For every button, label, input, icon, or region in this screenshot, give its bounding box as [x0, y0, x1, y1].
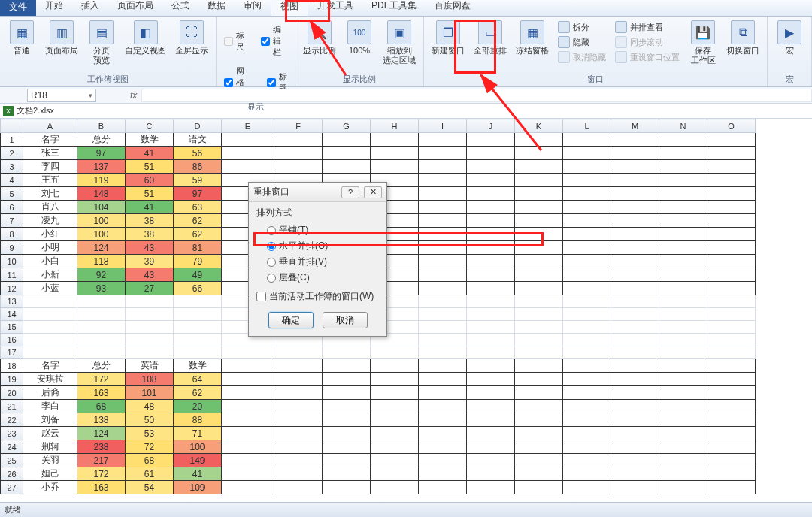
cell[interactable]: 数学 [174, 359, 222, 373]
cell[interactable] [659, 255, 707, 268]
cell[interactable]: 68 [126, 454, 174, 467]
cell[interactable] [174, 346, 222, 359]
cell[interactable]: 名字 [23, 359, 77, 373]
cell[interactable] [174, 308, 222, 321]
cell[interactable]: 100 [77, 214, 126, 228]
cell[interactable]: 41 [174, 467, 222, 481]
cell[interactable] [467, 321, 515, 334]
cell[interactable] [563, 187, 611, 201]
cell[interactable]: 92 [77, 268, 126, 282]
cell[interactable] [515, 386, 563, 400]
cell[interactable] [563, 228, 611, 241]
cell[interactable]: 49 [174, 268, 222, 282]
cell[interactable]: 100 [77, 228, 126, 241]
row-header-18[interactable]: 18 [1, 359, 23, 373]
cell[interactable]: 138 [77, 413, 126, 427]
cell[interactable] [419, 295, 467, 308]
cell[interactable] [467, 174, 515, 187]
tab-开始[interactable]: 开始 [36, 0, 72, 16]
col-header-F[interactable]: F [274, 119, 323, 133]
cell[interactable] [515, 268, 563, 282]
cell[interactable] [611, 440, 659, 454]
cell[interactable] [222, 481, 274, 494]
cell[interactable] [222, 467, 274, 481]
cell[interactable] [274, 386, 323, 400]
cell[interactable] [515, 282, 563, 295]
cell[interactable]: 妲己 [23, 467, 77, 481]
cell[interactable]: 数学 [126, 133, 174, 147]
col-header-G[interactable]: G [323, 119, 371, 133]
row-header-2[interactable]: 2 [1, 147, 23, 160]
cell[interactable]: 41 [126, 147, 174, 160]
cell[interactable] [611, 308, 659, 321]
btn-page-layout[interactable]: ▥页面布局 [42, 19, 81, 57]
cell[interactable] [707, 413, 756, 427]
cell[interactable] [515, 133, 563, 147]
cell[interactable] [707, 268, 756, 282]
cell[interactable] [126, 321, 174, 334]
cell[interactable] [467, 481, 515, 494]
cell[interactable] [563, 400, 611, 413]
cell[interactable] [707, 427, 756, 440]
cell[interactable]: 163 [77, 386, 126, 400]
cell[interactable] [467, 268, 515, 282]
cell[interactable]: 163 [77, 481, 126, 494]
cell[interactable]: 赵云 [23, 427, 77, 440]
tab-开发工具[interactable]: 开发工具 [308, 0, 362, 16]
col-header-D[interactable]: D [174, 119, 222, 133]
cell[interactable] [77, 295, 126, 308]
cell[interactable]: 38 [126, 214, 174, 228]
cell[interactable] [611, 413, 659, 427]
cell[interactable] [707, 133, 756, 147]
cell[interactable] [419, 386, 467, 400]
cell[interactable] [659, 160, 707, 174]
name-box[interactable]: R18▾ [27, 89, 96, 102]
cell[interactable] [611, 346, 659, 359]
cell[interactable] [323, 427, 371, 440]
cell[interactable] [659, 321, 707, 334]
cell[interactable] [611, 187, 659, 201]
col-header-O[interactable]: O [707, 119, 756, 133]
cell[interactable] [563, 440, 611, 454]
col-header-J[interactable]: J [467, 119, 515, 133]
cell[interactable] [707, 160, 756, 174]
cell[interactable] [659, 467, 707, 481]
cell[interactable]: 100 [174, 440, 222, 454]
fx-icon[interactable]: fx [130, 90, 137, 101]
cell[interactable] [222, 427, 274, 440]
cell[interactable]: 81 [174, 241, 222, 255]
cell[interactable] [274, 400, 323, 413]
cell[interactable] [611, 228, 659, 241]
btn-arrange-all[interactable]: ▭全部重排 [471, 19, 510, 57]
tab-百度网盘[interactable]: 百度网盘 [426, 0, 480, 16]
cell[interactable] [707, 334, 756, 346]
row-header-14[interactable]: 14 [1, 308, 23, 321]
cell[interactable]: 109 [174, 481, 222, 494]
cell[interactable] [274, 454, 323, 467]
cell[interactable]: 李白 [23, 400, 77, 413]
cell[interactable] [659, 481, 707, 494]
cell[interactable] [659, 268, 707, 282]
cell[interactable]: 93 [77, 282, 126, 295]
cell[interactable] [659, 308, 707, 321]
cell[interactable]: 王五 [23, 174, 77, 187]
cell[interactable] [515, 334, 563, 346]
cell[interactable] [515, 346, 563, 359]
cell[interactable] [274, 413, 323, 427]
cell[interactable] [371, 160, 419, 174]
cell[interactable] [126, 295, 174, 308]
cell[interactable] [611, 454, 659, 467]
cell[interactable] [563, 467, 611, 481]
row-header-23[interactable]: 23 [1, 427, 23, 440]
col-header-M[interactable]: M [611, 119, 659, 133]
row-header-8[interactable]: 8 [1, 228, 23, 241]
cell[interactable] [611, 160, 659, 174]
cell[interactable] [371, 440, 419, 454]
cell[interactable] [467, 187, 515, 201]
dialog-close-button[interactable]: ✕ [364, 186, 382, 198]
cell[interactable] [323, 440, 371, 454]
cell[interactable] [419, 481, 467, 494]
cell[interactable]: 148 [77, 187, 126, 201]
cell[interactable] [515, 241, 563, 255]
btn-split[interactable]: 拆分 [555, 20, 609, 34]
